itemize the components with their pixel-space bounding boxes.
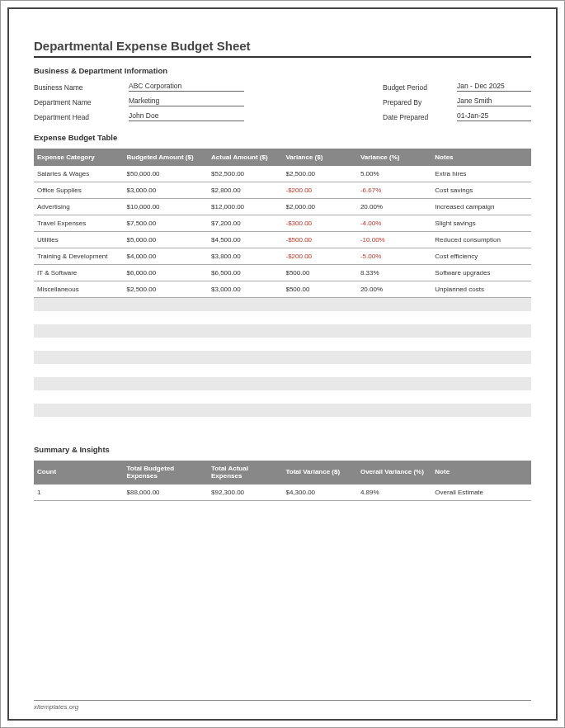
table-row: IT & Software$6,000.00$6,500.00$500.008.… bbox=[34, 265, 531, 281]
cell bbox=[357, 338, 431, 351]
table-row: Miscellaneous$2,500.00$3,000.00$500.0020… bbox=[34, 281, 531, 298]
col-header: Variance ($) bbox=[282, 149, 356, 166]
col-header: Total Variance ($) bbox=[282, 461, 356, 485]
cell: $2,500.00 bbox=[282, 166, 356, 182]
cell bbox=[357, 351, 431, 364]
cell: $50,000.00 bbox=[124, 166, 209, 182]
cell: $2,000.00 bbox=[282, 199, 356, 215]
info-label: Department Name bbox=[34, 98, 129, 106]
cell: -10.00% bbox=[357, 232, 431, 248]
table-row-blank bbox=[34, 417, 531, 430]
cell bbox=[431, 338, 531, 351]
cell: $5,000.00 bbox=[124, 232, 209, 248]
cell bbox=[124, 311, 209, 324]
cell: $10,000.00 bbox=[124, 199, 209, 215]
cell bbox=[357, 324, 431, 338]
cell: 1 bbox=[34, 485, 124, 501]
footer: xltemplates.org bbox=[34, 700, 531, 711]
cell: $2,500.00 bbox=[124, 281, 209, 298]
info-col-right: Budget Period Jan - Dec 2025 Prepared By… bbox=[383, 82, 531, 121]
cell bbox=[124, 324, 209, 338]
cell: $6,000.00 bbox=[124, 265, 209, 281]
cell bbox=[124, 404, 209, 417]
table-row-blank bbox=[34, 390, 531, 404]
cell bbox=[208, 351, 282, 364]
cell: $3,000.00 bbox=[208, 281, 282, 298]
cell bbox=[282, 377, 356, 390]
cell bbox=[34, 338, 124, 351]
cell bbox=[431, 311, 531, 324]
info-row: Department Head John Doe bbox=[34, 111, 244, 121]
table-row-blank bbox=[34, 364, 531, 377]
cell: -$200.00 bbox=[282, 248, 356, 265]
cell bbox=[124, 338, 209, 351]
cell: Slight savings bbox=[431, 215, 531, 232]
cell bbox=[431, 364, 531, 377]
cell bbox=[282, 351, 356, 364]
cell bbox=[34, 364, 124, 377]
info-value: 01-Jan-25 bbox=[457, 111, 531, 121]
cell: $6,500.00 bbox=[208, 265, 282, 281]
col-header: Budgeted Amount ($) bbox=[124, 149, 209, 166]
col-header: Variance (%) bbox=[357, 149, 431, 166]
info-label: Business Name bbox=[34, 83, 129, 92]
cell bbox=[357, 377, 431, 390]
cell bbox=[208, 417, 282, 430]
cell: -$200.00 bbox=[282, 182, 356, 199]
cell bbox=[282, 324, 356, 338]
info-label: Date Prepared bbox=[383, 113, 457, 121]
table-row-blank bbox=[34, 377, 531, 390]
cell: $3,000.00 bbox=[124, 182, 209, 199]
info-value: Jane Smith bbox=[457, 97, 531, 106]
cell: $3,800.00 bbox=[208, 248, 282, 265]
cell bbox=[124, 417, 209, 430]
cell: $500.00 bbox=[282, 265, 356, 281]
cell: Training & Development bbox=[34, 248, 124, 265]
cell bbox=[282, 404, 356, 417]
col-header: Actual Amount ($) bbox=[208, 149, 282, 166]
info-row: Prepared By Jane Smith bbox=[383, 97, 531, 106]
cell: Increased campaign bbox=[431, 199, 531, 215]
cell bbox=[124, 298, 209, 311]
cell bbox=[208, 364, 282, 377]
cell: $4,000.00 bbox=[124, 248, 209, 265]
cell: -5.00% bbox=[357, 248, 431, 265]
cell: $7,500.00 bbox=[124, 215, 209, 232]
cell bbox=[282, 311, 356, 324]
table-row-blank bbox=[34, 298, 531, 311]
cell: 4.89% bbox=[357, 485, 431, 501]
cell: $92,300.00 bbox=[208, 485, 282, 501]
cell bbox=[208, 338, 282, 351]
cell bbox=[208, 298, 282, 311]
cell bbox=[431, 377, 531, 390]
info-value: ABC Corporation bbox=[129, 82, 244, 92]
cell: $500.00 bbox=[282, 281, 356, 298]
cell: Overall Estimate bbox=[431, 485, 531, 501]
info-row: Date Prepared 01-Jan-25 bbox=[383, 111, 531, 121]
col-header: Count bbox=[34, 461, 124, 485]
cell bbox=[282, 364, 356, 377]
cell: $7,200.00 bbox=[208, 215, 282, 232]
info-label: Prepared By bbox=[383, 98, 457, 106]
table-row-blank bbox=[34, 404, 531, 417]
col-header: Total Budgeted Expenses bbox=[124, 461, 209, 485]
section-business-info-heading: Business & Department Information bbox=[34, 66, 531, 75]
cell: -6.67% bbox=[357, 182, 431, 199]
info-grid: Business Name ABC Corporation Department… bbox=[34, 82, 531, 121]
col-header: Overall Variance (%) bbox=[357, 461, 431, 485]
info-row: Budget Period Jan - Dec 2025 bbox=[383, 82, 531, 92]
cell bbox=[208, 324, 282, 338]
cell: Reduced consumption bbox=[431, 232, 531, 248]
info-value: Jan - Dec 2025 bbox=[457, 82, 531, 92]
info-value: John Doe bbox=[129, 111, 244, 121]
expense-table: Expense Category Budgeted Amount ($) Act… bbox=[34, 149, 531, 430]
table-row-blank bbox=[34, 324, 531, 338]
cell: Advertising bbox=[34, 199, 124, 215]
cell: $12,000.00 bbox=[208, 199, 282, 215]
cell: 20.00% bbox=[357, 199, 431, 215]
cell bbox=[282, 417, 356, 430]
cell: Cost efficiency bbox=[431, 248, 531, 265]
cell bbox=[124, 351, 209, 364]
cell: Unplanned costs bbox=[431, 281, 531, 298]
table-row: Advertising$10,000.00$12,000.00$2,000.00… bbox=[34, 199, 531, 215]
